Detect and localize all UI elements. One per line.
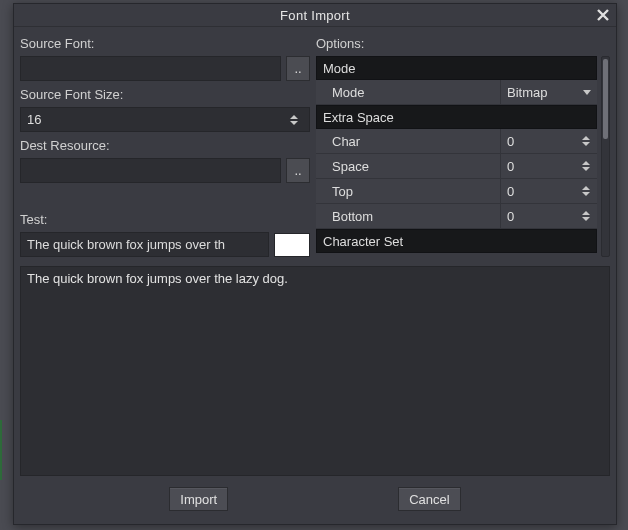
option-char-label: Char xyxy=(316,129,501,153)
chevron-up-icon xyxy=(582,211,590,215)
options-list: Mode Mode Bitmap Extra Space Char 0 xyxy=(316,56,597,257)
chevron-down-icon xyxy=(582,192,590,196)
test-label: Test: xyxy=(20,209,310,229)
dest-row: .. xyxy=(20,158,310,183)
spin-arrows[interactable] xyxy=(582,131,594,151)
option-space-label: Space xyxy=(316,154,501,178)
titlebar[interactable]: Font Import xyxy=(14,4,616,27)
browse-source-button[interactable]: .. xyxy=(286,56,310,81)
close-icon xyxy=(597,9,609,21)
columns: Source Font: .. Source Font Size: Dest R… xyxy=(20,33,610,257)
close-button[interactable] xyxy=(594,6,612,24)
options-scrollbar[interactable] xyxy=(601,56,610,257)
options-panel: Mode Mode Bitmap Extra Space Char 0 xyxy=(316,56,610,257)
option-mode-value[interactable]: Bitmap xyxy=(501,80,597,104)
source-font-row: .. xyxy=(20,56,310,81)
preview-text: The quick brown fox jumps over the lazy … xyxy=(27,271,288,286)
group-charset-header[interactable]: Character Set xyxy=(316,229,597,253)
chevron-down-icon xyxy=(582,217,590,221)
dest-label: Dest Resource: xyxy=(20,135,310,155)
decorative-right-accent xyxy=(618,430,628,450)
font-import-dialog: Font Import Source Font: .. Source Font … xyxy=(13,3,617,525)
scrollbar-thumb[interactable] xyxy=(603,59,608,139)
decorative-left-accent xyxy=(0,420,2,480)
option-top-number: 0 xyxy=(507,184,514,199)
test-color-swatch[interactable] xyxy=(274,233,310,257)
option-mode-label: Mode xyxy=(316,80,501,104)
option-space-row: Space 0 xyxy=(316,154,597,179)
option-top-value[interactable]: 0 xyxy=(501,179,597,203)
preview-area: The quick brown fox jumps over the lazy … xyxy=(20,266,610,476)
import-button[interactable]: Import xyxy=(169,487,228,511)
chevron-up-icon xyxy=(582,186,590,190)
option-bottom-number: 0 xyxy=(507,209,514,224)
options-label: Options: xyxy=(316,33,610,53)
spin-arrows[interactable] xyxy=(582,181,594,201)
right-column: Options: Mode Mode Bitmap Extra Space Ch… xyxy=(316,33,610,257)
dialog-title: Font Import xyxy=(280,8,350,23)
group-extraspace-header[interactable]: Extra Space xyxy=(316,105,597,129)
test-row xyxy=(20,232,310,257)
spin-arrows[interactable] xyxy=(582,206,594,226)
spin-arrows[interactable] xyxy=(582,156,594,176)
option-space-value[interactable]: 0 xyxy=(501,154,597,178)
option-bottom-value[interactable]: 0 xyxy=(501,204,597,228)
spin-arrows[interactable] xyxy=(290,109,302,130)
source-size-label: Source Font Size: xyxy=(20,84,310,104)
source-size-row xyxy=(20,107,310,132)
option-bottom-row: Bottom 0 xyxy=(316,204,597,229)
chevron-up-icon xyxy=(290,115,298,119)
dialog-footer: Import Cancel xyxy=(20,482,610,516)
option-char-number: 0 xyxy=(507,134,514,149)
option-top-row: Top 0 xyxy=(316,179,597,204)
option-space-number: 0 xyxy=(507,159,514,174)
source-size-input[interactable] xyxy=(20,107,310,132)
chevron-up-icon xyxy=(582,161,590,165)
option-char-row: Char 0 xyxy=(316,129,597,154)
cancel-button[interactable]: Cancel xyxy=(398,487,460,511)
option-top-label: Top xyxy=(316,179,501,203)
source-font-label: Source Font: xyxy=(20,33,310,53)
dialog-body: Source Font: .. Source Font Size: Dest R… xyxy=(14,27,616,524)
chevron-down-icon xyxy=(582,167,590,171)
chevron-up-icon xyxy=(582,136,590,140)
group-mode-header[interactable]: Mode xyxy=(316,56,597,80)
spacer xyxy=(20,186,310,206)
chevron-down-icon xyxy=(290,121,298,125)
left-column: Source Font: .. Source Font Size: Dest R… xyxy=(20,33,310,257)
source-font-input[interactable] xyxy=(20,56,281,81)
option-char-value[interactable]: 0 xyxy=(501,129,597,153)
dest-input[interactable] xyxy=(20,158,281,183)
chevron-down-icon xyxy=(582,142,590,146)
option-mode-row: Mode Bitmap xyxy=(316,80,597,105)
browse-dest-button[interactable]: .. xyxy=(286,158,310,183)
option-bottom-label: Bottom xyxy=(316,204,501,228)
test-input[interactable] xyxy=(20,232,269,257)
